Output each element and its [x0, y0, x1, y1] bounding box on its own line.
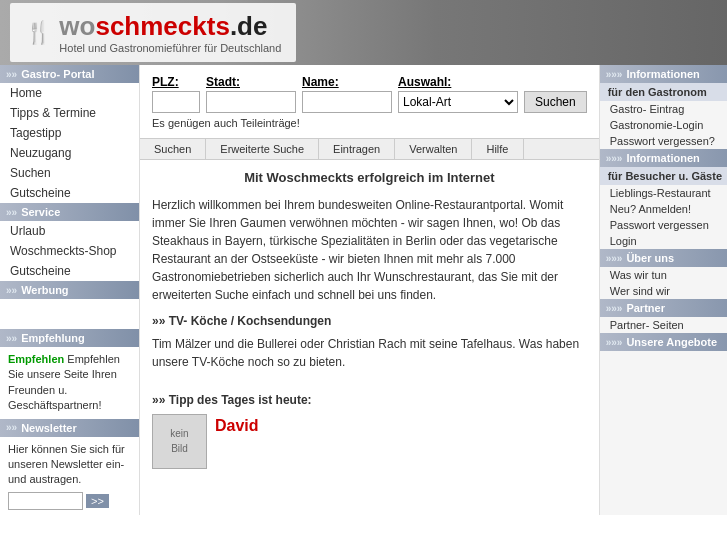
fork-knife-icon: 🍴 [25, 20, 52, 46]
welcome-heading: Mit Woschmeckts erfolgreich im Internet [152, 168, 587, 188]
content-area: PLZ: Stadt: Name: Auswahl: Lokal-Art Res… [140, 65, 599, 515]
right-chevrons-5: »»» [606, 337, 623, 348]
fuer-gastronom-header: für den Gastronom [600, 83, 727, 101]
tab-eintragen[interactable]: Eintragen [319, 139, 395, 159]
kein-bild-text2: Bild [171, 441, 188, 456]
tab-verwalten[interactable]: Verwalten [395, 139, 472, 159]
service-nav: Urlaub Woschmeckts-Shop Gutscheine [0, 221, 139, 281]
right-informationen-label: Informationen [626, 68, 699, 80]
partner-header: »»» Partner [600, 299, 727, 317]
logo-title: woschmeckts.de [59, 11, 267, 41]
tab-hilfe[interactable]: Hilfe [472, 139, 523, 159]
kein-bild-box: kein Bild [152, 414, 207, 469]
partner-label: Partner [626, 302, 665, 314]
empfehlung-label: Empfehlung [21, 332, 85, 344]
werbung-label: Werbung [21, 284, 68, 296]
nav-wer-sind-wir[interactable]: Wer sind wir [600, 283, 727, 299]
nav-login[interactable]: Login [600, 233, 727, 249]
gastro-nav: Gastro- Eintrag Gastronomie-Login Passwo… [600, 101, 727, 149]
logo-de: .de [230, 11, 268, 41]
nav-tagestipp[interactable]: Tagestipp [0, 123, 139, 143]
newsletter-label: Newsletter [21, 422, 77, 434]
tab-suchen[interactable]: Suchen [140, 139, 206, 159]
logo-area: 🍴 woschmeckts.de Hotel und Gastronomiefü… [10, 3, 296, 62]
nav-gastro-eintrag[interactable]: Gastro- Eintrag [600, 101, 727, 117]
nav-partner-seiten[interactable]: Partner- Seiten [600, 317, 727, 333]
angebote-label: Unsere Angebote [626, 336, 717, 348]
nav-lieblings-restaurant[interactable]: Lieblings-Restaurant [600, 185, 727, 201]
logo-text: woschmeckts.de Hotel und Gastronomieführ… [59, 11, 281, 54]
ueber-nav: Was wir tun Wer sind wir [600, 267, 727, 299]
search-inputs: Lokal-Art Restaurant Hotel Café Bar Pizz… [152, 91, 587, 113]
city-input[interactable] [206, 91, 296, 113]
newsletter-input[interactable] [8, 492, 83, 510]
tab-nav: Suchen Erweiterte Suche Eintragen Verwal… [140, 138, 599, 160]
right-chevrons-4: »»» [606, 303, 623, 314]
kein-bild-text: kein [170, 426, 188, 441]
newsletter-text: Hier können Sie sich für unseren Newslet… [8, 442, 131, 488]
sidebar-right: »»» Informationen für den Gastronom Gast… [599, 65, 727, 515]
tipp-restaurant-info: David [215, 414, 259, 438]
chevrons-icon: »» [6, 69, 17, 80]
search-button[interactable]: Suchen [524, 91, 587, 113]
ueber-uns-header: »»» Über uns [600, 249, 727, 267]
service-label: Service [21, 206, 60, 218]
ueber-uns-label: Über uns [626, 252, 674, 264]
werbung-space [0, 299, 139, 329]
david-link[interactable]: David [215, 417, 259, 434]
search-label-row: PLZ: Stadt: Name: Auswahl: [152, 75, 587, 89]
right-chevrons-3: »»» [606, 253, 623, 264]
nav-neuzugang[interactable]: Neuzugang [0, 143, 139, 163]
tipp-section-title: »» Tipp des Tages ist heute: [152, 391, 587, 409]
nav-was-wir-tun[interactable]: Was wir tun [600, 267, 727, 283]
nav-neu-anmelden[interactable]: Neu? Anmelden! [600, 201, 727, 217]
chevrons-icon-service: »» [6, 207, 17, 218]
plz-input[interactable] [152, 91, 200, 113]
name-input[interactable] [302, 91, 392, 113]
fuer-besucher-header: für Besucher u. Gäste [600, 167, 727, 185]
service-header: »» Service [0, 203, 139, 221]
right-chevrons-1: »»» [606, 69, 623, 80]
nav-besucher-passwort[interactable]: Passwort vergessen [600, 217, 727, 233]
right-chevrons-2: »»» [606, 153, 623, 164]
sidebar-left: »» Gastro- Portal Home Tipps & Termine T… [0, 65, 140, 515]
tv-section-title: »» TV- Köche / Kochsendungen [152, 312, 587, 330]
nav-home[interactable]: Home [0, 83, 139, 103]
main-layout: »» Gastro- Portal Home Tipps & Termine T… [0, 65, 727, 515]
empfehlen-link[interactable]: Empfehlen [8, 353, 64, 365]
logo-schmeckts: schmeckts [95, 11, 229, 41]
chevrons-icon-newsletter: »» [6, 422, 17, 433]
main-content: Mit Woschmeckts erfolgreich im Internet … [140, 160, 599, 489]
welcome-text: Herzlich willkommen bei Ihrem bundesweit… [152, 196, 587, 304]
tv-text: Tim Mälzer und die Bullerei oder Christi… [152, 335, 587, 371]
right-informationen2-header: »»» Informationen [600, 149, 727, 167]
tv-title-text: »» TV- Köche / Kochsendungen [152, 312, 331, 330]
auswahl-label: Auswahl: [398, 75, 528, 89]
angebote-header: »»» Unsere Angebote [600, 333, 727, 351]
nav-woschmeckts-shop[interactable]: Woschmeckts-Shop [0, 241, 139, 261]
tv-section: »» TV- Köche / Kochsendungen Tim Mälzer … [152, 312, 587, 379]
tab-erweiterte-suche[interactable]: Erweiterte Suche [206, 139, 319, 159]
werbung-header: »» Werbung [0, 281, 139, 299]
name-label: Name: [302, 75, 392, 89]
gastro-portal-header: »» Gastro- Portal [0, 65, 139, 83]
nav-gutscheine[interactable]: Gutscheine [0, 183, 139, 203]
newsletter-box: Hier können Sie sich für unseren Newslet… [0, 437, 139, 515]
partial-hint: Es genügen auch Teileinträge! [152, 117, 587, 129]
newsletter-button[interactable]: >> [86, 494, 109, 508]
gastro-portal-label: Gastro- Portal [21, 68, 94, 80]
logo-subtitle: Hotel und Gastronomieführer für Deutschl… [59, 42, 281, 54]
nav-suchen[interactable]: Suchen [0, 163, 139, 183]
nav-gastro-passwort[interactable]: Passwort vergessen? [600, 133, 727, 149]
tipp-content: kein Bild David [152, 414, 587, 469]
logo-wo: wo [59, 11, 95, 41]
city-label: Stadt: [206, 75, 296, 89]
main-nav: Home Tipps & Termine Tagestipp Neuzugang… [0, 83, 139, 203]
newsletter-header: »» Newsletter [0, 419, 139, 437]
nav-gutscheine-service[interactable]: Gutscheine [0, 261, 139, 281]
nav-gastro-login[interactable]: Gastronomie-Login [600, 117, 727, 133]
chevrons-icon-empfehlung: »» [6, 333, 17, 344]
nav-urlaub[interactable]: Urlaub [0, 221, 139, 241]
nav-tipps[interactable]: Tipps & Termine [0, 103, 139, 123]
lokal-select[interactable]: Lokal-Art Restaurant Hotel Café Bar Pizz… [398, 91, 518, 113]
